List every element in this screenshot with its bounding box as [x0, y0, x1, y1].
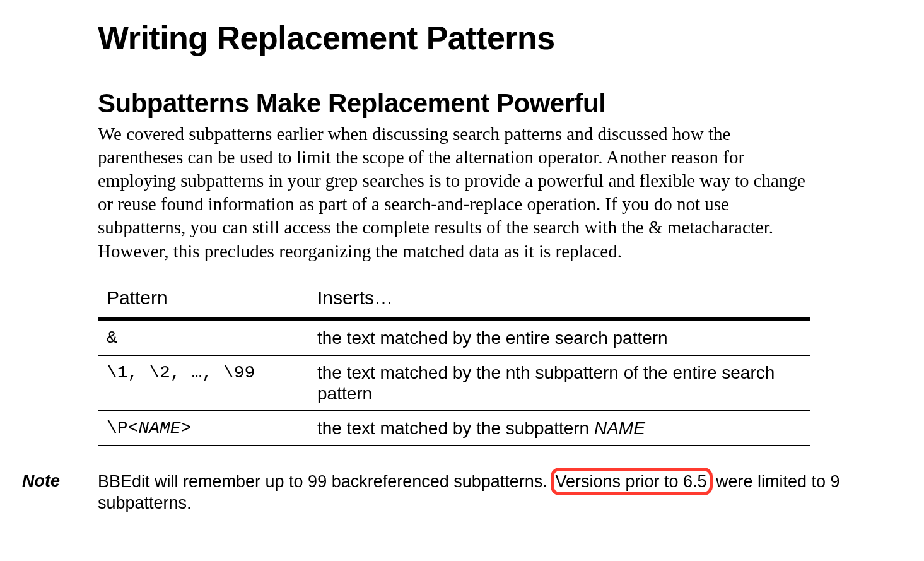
annotation-highlight: Versions prior to 6.5	[551, 468, 712, 495]
table-row: \P<NAME> the text matched by the subpatt…	[98, 411, 810, 446]
cell-inserts-name: NAME	[594, 418, 645, 438]
note-text-before: BBEdit will remember up to 99 backrefere…	[98, 472, 552, 491]
cell-pattern-prefix: \P<	[107, 418, 138, 438]
cell-inserts: the text matched by the nth subpattern o…	[308, 355, 810, 411]
intro-paragraph: We covered subpatterns earlier when disc…	[98, 122, 820, 263]
cell-pattern: \1, \2, …, \99	[98, 355, 308, 411]
cell-pattern-suffix: >	[181, 418, 192, 438]
table-header-inserts: Inserts…	[308, 282, 810, 319]
table-header-row: Pattern Inserts…	[98, 282, 810, 319]
cell-inserts: the text matched by the subpattern NAME	[308, 411, 810, 446]
cell-pattern: &	[98, 319, 308, 355]
pattern-table: Pattern Inserts… & the text matched by t…	[98, 282, 810, 446]
note-label: Note	[22, 471, 76, 491]
note-text: BBEdit will remember up to 99 backrefere…	[98, 471, 924, 514]
cell-inserts-prefix: the text matched by the subpattern	[317, 418, 594, 438]
table-row: & the text matched by the entire search …	[98, 319, 810, 355]
page-title: Writing Replacement Patterns	[98, 19, 823, 57]
section-heading: Subpatterns Make Replacement Powerful	[98, 88, 823, 119]
cell-pattern-name: NAME	[138, 418, 180, 438]
table-row: \1, \2, …, \99 the text matched by the n…	[98, 355, 810, 411]
content-column: Writing Replacement Patterns Subpatterns…	[98, 19, 823, 446]
note-block: Note BBEdit will remember up to 99 backr…	[0, 471, 924, 514]
table-header-pattern: Pattern	[98, 282, 308, 319]
cell-pattern: \P<NAME>	[98, 411, 308, 446]
cell-inserts: the text matched by the entire search pa…	[308, 319, 810, 355]
document-page: Writing Replacement Patterns Subpatterns…	[0, 0, 924, 561]
